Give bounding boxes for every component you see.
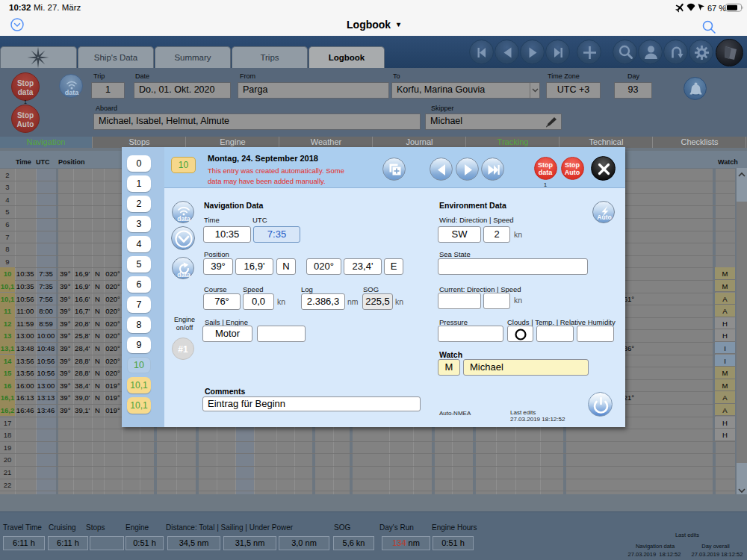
- svg-text:data: data: [65, 89, 80, 96]
- svg-text:67 %: 67 %: [707, 4, 726, 13]
- svg-text:data: data: [177, 215, 190, 223]
- svg-text:Auto: Auto: [597, 214, 611, 221]
- svg-text:data: data: [177, 271, 190, 279]
